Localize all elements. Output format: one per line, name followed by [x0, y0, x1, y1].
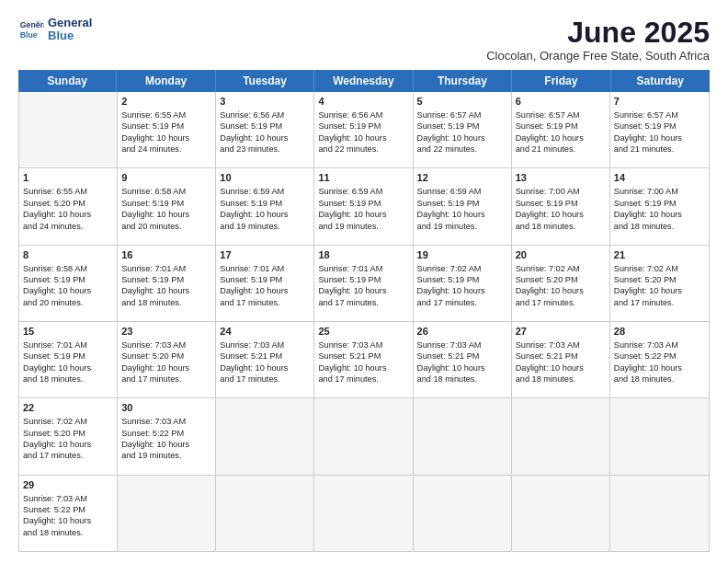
- day-info-line: and 18 minutes.: [417, 373, 507, 385]
- day-number: 17: [220, 248, 310, 262]
- day-info-line: Sunset: 5:19 PM: [220, 274, 310, 285]
- day-info-line: Daylight: 10 hours: [121, 439, 211, 450]
- day-info-line: Sunrise: 6:58 AM: [23, 263, 113, 274]
- day-info-line: and 20 minutes.: [23, 297, 113, 308]
- day-info-line: and 17 minutes.: [516, 297, 606, 308]
- day-info-line: Daylight: 10 hours: [417, 362, 507, 373]
- day-info-line: Sunset: 5:19 PM: [23, 350, 113, 362]
- day-info-line: and 18 minutes.: [614, 221, 705, 232]
- calendar-cell: 28Sunrise: 7:03 AMSunset: 5:22 PMDayligh…: [610, 322, 709, 397]
- day-info-line: Daylight: 10 hours: [121, 209, 211, 220]
- svg-text:Blue: Blue: [20, 30, 38, 40]
- calendar-cell: 16Sunrise: 7:01 AMSunset: 5:19 PMDayligh…: [118, 246, 216, 321]
- day-info-line: Sunrise: 7:00 AM: [614, 186, 705, 197]
- day-number: 29: [23, 478, 113, 492]
- day-info-line: Daylight: 10 hours: [318, 132, 408, 144]
- day-of-week-header: Friday: [512, 70, 610, 92]
- day-number: 6: [516, 95, 606, 109]
- day-number: 1: [23, 171, 113, 185]
- calendar-header: SundayMondayTuesdayWednesdayThursdayFrid…: [18, 70, 710, 92]
- day-info-line: Daylight: 10 hours: [516, 209, 606, 220]
- day-info-line: and 22 minutes.: [417, 144, 507, 155]
- day-number: 14: [614, 171, 705, 185]
- day-info-line: Daylight: 10 hours: [23, 439, 113, 450]
- day-info-line: Daylight: 10 hours: [220, 132, 310, 144]
- day-info-line: and 17 minutes.: [614, 297, 705, 308]
- day-info-line: Sunset: 5:19 PM: [318, 121, 408, 132]
- day-info-line: Sunrise: 6:59 AM: [220, 186, 310, 197]
- day-number: 23: [121, 325, 211, 339]
- day-info-line: Daylight: 10 hours: [614, 285, 705, 296]
- calendar: SundayMondayTuesdayWednesdayThursdayFrid…: [18, 70, 710, 552]
- day-info-line: Sunset: 5:21 PM: [516, 350, 606, 362]
- day-info-line: Daylight: 10 hours: [417, 209, 507, 220]
- day-number: 21: [614, 248, 705, 262]
- day-info-line: Sunrise: 6:58 AM: [121, 186, 211, 197]
- calendar-cell: [414, 476, 512, 551]
- day-info-line: Sunset: 5:19 PM: [121, 274, 211, 285]
- calendar-cell: 2Sunrise: 6:55 AMSunset: 5:19 PMDaylight…: [118, 92, 216, 167]
- day-info-line: Sunrise: 7:03 AM: [121, 416, 211, 427]
- calendar-cell: 17Sunrise: 7:01 AMSunset: 5:19 PMDayligh…: [216, 246, 314, 321]
- calendar-row: 22Sunrise: 7:02 AMSunset: 5:20 PMDayligh…: [19, 398, 709, 475]
- day-info-line: Sunset: 5:22 PM: [614, 350, 705, 362]
- day-info-line: and 17 minutes.: [23, 450, 113, 461]
- calendar-cell: 18Sunrise: 7:01 AMSunset: 5:19 PMDayligh…: [314, 246, 413, 321]
- day-info-line: Sunrise: 6:55 AM: [23, 186, 113, 197]
- day-info-line: and 17 minutes.: [417, 297, 507, 308]
- day-info-line: and 18 minutes.: [516, 373, 606, 385]
- day-number: 16: [121, 248, 211, 262]
- day-info-line: Sunrise: 6:57 AM: [417, 109, 507, 121]
- day-info-line: and 18 minutes.: [23, 527, 113, 538]
- day-info-line: Sunrise: 7:02 AM: [516, 263, 606, 274]
- calendar-cell: 21Sunrise: 7:02 AMSunset: 5:20 PMDayligh…: [610, 246, 709, 321]
- day-info-line: and 17 minutes.: [318, 297, 408, 308]
- day-number: 13: [516, 171, 606, 185]
- day-number: 30: [121, 401, 211, 415]
- day-info-line: Daylight: 10 hours: [23, 362, 113, 373]
- calendar-cell: 12Sunrise: 6:59 AMSunset: 5:19 PMDayligh…: [414, 168, 512, 244]
- day-number: 12: [417, 171, 507, 185]
- day-number: 22: [23, 401, 113, 415]
- day-of-week-header: Thursday: [414, 70, 512, 92]
- day-info-line: Sunrise: 6:55 AM: [121, 109, 211, 121]
- day-info-line: Sunrise: 6:56 AM: [220, 109, 310, 121]
- day-info-line: Sunrise: 7:01 AM: [318, 263, 408, 274]
- calendar-cell: 20Sunrise: 7:02 AMSunset: 5:20 PMDayligh…: [512, 246, 610, 321]
- day-info-line: Sunset: 5:22 PM: [121, 428, 211, 439]
- day-info-line: and 18 minutes.: [23, 373, 113, 385]
- calendar-cell: 10Sunrise: 6:59 AMSunset: 5:19 PMDayligh…: [216, 168, 314, 244]
- day-info-line: Sunset: 5:22 PM: [23, 504, 113, 515]
- day-info-line: and 19 minutes.: [318, 221, 408, 232]
- day-info-line: Sunset: 5:20 PM: [516, 274, 606, 285]
- calendar-cell: 4Sunrise: 6:56 AMSunset: 5:19 PMDaylight…: [314, 92, 413, 167]
- day-number: 24: [220, 325, 310, 339]
- page: General Blue General Blue June 2025 Cloc…: [0, 0, 728, 563]
- calendar-cell: [118, 476, 216, 551]
- day-info-line: Sunrise: 7:01 AM: [121, 263, 211, 274]
- day-number: 4: [318, 95, 408, 109]
- day-info-line: Sunrise: 7:03 AM: [614, 339, 705, 350]
- day-info-line: Daylight: 10 hours: [121, 132, 211, 144]
- day-info-line: and 17 minutes.: [318, 373, 408, 385]
- calendar-cell: 13Sunrise: 7:00 AMSunset: 5:19 PMDayligh…: [512, 168, 610, 244]
- day-info-line: Sunset: 5:19 PM: [121, 198, 211, 209]
- day-info-line: Sunrise: 7:03 AM: [417, 339, 507, 350]
- day-info-line: and 24 minutes.: [23, 221, 113, 232]
- day-info-line: and 20 minutes.: [121, 221, 211, 232]
- day-of-week-header: Sunday: [18, 70, 117, 92]
- calendar-body: 2Sunrise: 6:55 AMSunset: 5:19 PMDaylight…: [18, 92, 710, 552]
- day-number: 11: [318, 171, 408, 185]
- day-info-line: and 19 minutes.: [417, 221, 507, 232]
- day-number: 25: [318, 325, 408, 339]
- day-of-week-header: Saturday: [611, 70, 710, 92]
- day-info-line: Sunset: 5:19 PM: [516, 121, 606, 132]
- day-info-line: and 17 minutes.: [121, 373, 211, 385]
- day-info-line: Sunrise: 6:56 AM: [318, 109, 408, 121]
- day-number: 18: [318, 248, 408, 262]
- day-info-line: Sunset: 5:19 PM: [614, 121, 705, 132]
- calendar-cell: 24Sunrise: 7:03 AMSunset: 5:21 PMDayligh…: [216, 322, 314, 397]
- day-info-line: Sunrise: 7:02 AM: [23, 416, 113, 427]
- day-info-line: Daylight: 10 hours: [516, 285, 606, 296]
- calendar-cell: 14Sunrise: 7:00 AMSunset: 5:19 PMDayligh…: [610, 168, 709, 244]
